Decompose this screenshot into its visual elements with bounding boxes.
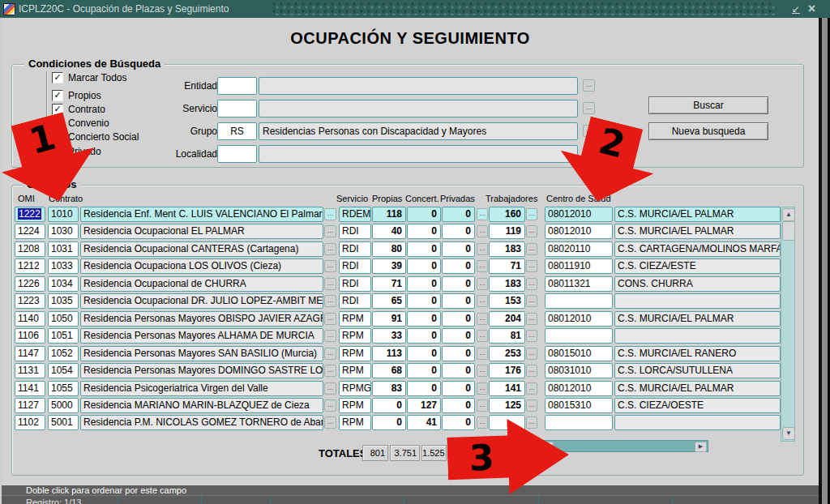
cell-contrato[interactable]: 1052 xyxy=(48,346,79,361)
concert-lov-ellipsis-button[interactable]: ... xyxy=(477,225,488,237)
cell-contrato[interactable]: 1055 xyxy=(48,381,79,396)
cell-concert[interactable]: 0 xyxy=(407,328,441,344)
concert-lov-ellipsis-button[interactable]: ... xyxy=(477,278,488,290)
row-lov-ellipsis-button[interactable]: ... xyxy=(324,208,336,220)
cell-privadas[interactable]: 0 xyxy=(442,363,475,378)
vertical-scroll-thumb[interactable] xyxy=(782,221,795,241)
cell-servicio[interactable]: RPM xyxy=(339,346,371,361)
trabajadores-lov-ellipsis-button[interactable]: ... xyxy=(526,243,537,255)
buscar-button[interactable]: Buscar xyxy=(648,96,768,114)
cell-privadas[interactable]: 0 xyxy=(442,346,475,361)
cell-centro_code[interactable]: 08012010 xyxy=(545,224,613,239)
cell-contrato[interactable]: 1035 xyxy=(48,293,79,309)
cell-servicio[interactable]: RPM xyxy=(339,311,371,327)
cell-omi[interactable]: 1226 xyxy=(15,276,45,292)
cell-omi[interactable]: 1106 xyxy=(15,328,45,344)
cell-omi[interactable]: 1223 xyxy=(15,293,45,309)
trabajadores-lov-ellipsis-button[interactable]: ... xyxy=(526,278,537,290)
cell-omi[interactable]: 1131 xyxy=(15,363,45,378)
cell-trabajadores[interactable]: 160 xyxy=(489,207,525,222)
row-lov-ellipsis-button[interactable]: ... xyxy=(324,348,336,360)
cell-trabajadores[interactable]: 183 xyxy=(489,276,525,292)
cell-centro_code[interactable]: 08012010 xyxy=(545,311,613,327)
cell-contrato[interactable]: 5000 xyxy=(48,398,79,413)
concert-lov-ellipsis-button[interactable]: ... xyxy=(477,330,488,342)
cell-servicio[interactable]: RPM xyxy=(339,398,371,413)
scroll-up-icon[interactable]: ▲ xyxy=(782,208,795,221)
row-lov-ellipsis-button[interactable]: ... xyxy=(324,278,336,290)
cell-propias[interactable]: 113 xyxy=(372,346,406,361)
cell-propias[interactable]: 71 xyxy=(372,276,406,292)
cell-concert[interactable]: 0 xyxy=(407,363,441,378)
entidad-lov-ellipsis-button[interactable]: ... xyxy=(583,79,595,92)
concert-lov-ellipsis-button[interactable]: ... xyxy=(477,295,488,307)
cell-propias[interactable]: 91 xyxy=(372,311,406,327)
cell-omi[interactable]: 1102 xyxy=(15,415,45,430)
cell-centro_code[interactable] xyxy=(545,293,613,309)
concert-lov-ellipsis-button[interactable]: ... xyxy=(477,365,488,377)
cell-servicio[interactable]: RDI xyxy=(339,276,371,292)
trabajadores-lov-ellipsis-button[interactable]: ... xyxy=(526,295,537,307)
cell-concert[interactable]: 0 xyxy=(407,381,441,396)
cell-propias[interactable]: 65 xyxy=(372,293,406,309)
cell-servicio[interactable]: RPM xyxy=(339,415,371,430)
trabajadores-lov-ellipsis-button[interactable]: ... xyxy=(526,348,537,360)
trabajadores-lov-ellipsis-button[interactable]: ... xyxy=(526,225,537,237)
cell-omi[interactable]: 1147 xyxy=(15,346,45,361)
cell-trabajadores[interactable]: 183 xyxy=(489,241,525,257)
row-lov-ellipsis-button[interactable]: ... xyxy=(324,382,336,395)
cell-servicio[interactable]: RPM xyxy=(339,328,371,344)
trabajadores-lov-ellipsis-button[interactable]: ... xyxy=(526,399,537,412)
cell-centro_code[interactable] xyxy=(545,415,613,430)
cell-contrato[interactable]: 1033 xyxy=(48,258,79,274)
window-right-scroll-area[interactable] xyxy=(822,18,828,504)
cell-centro_code[interactable]: 08011321 xyxy=(545,276,613,292)
close-icon[interactable]: × xyxy=(808,2,815,15)
cell-concert[interactable]: 0 xyxy=(407,311,441,327)
cell-contrato[interactable]: 1010 xyxy=(48,207,79,222)
row-lov-ellipsis-button[interactable]: ... xyxy=(324,243,336,255)
concert-lov-ellipsis-button[interactable]: ... xyxy=(477,382,488,395)
cell-concert[interactable]: 0 xyxy=(407,293,441,309)
cell-centro_code[interactable]: 08015310 xyxy=(545,398,613,413)
servicio-lov-ellipsis-button[interactable]: ... xyxy=(583,102,595,114)
cell-concert[interactable]: 0 xyxy=(407,276,441,292)
scroll-right-icon[interactable]: ▶ xyxy=(695,442,707,452)
cell-privadas[interactable]: 0 xyxy=(442,276,475,292)
cell-trabajadores[interactable]: 71 xyxy=(489,258,525,274)
cell-propias[interactable]: 83 xyxy=(372,381,406,396)
cell-centro_code[interactable]: 08020110 xyxy=(545,241,613,257)
cell-centro_code[interactable] xyxy=(545,328,613,344)
cell-servicio[interactable]: RDEM xyxy=(339,207,371,222)
cell-contrato[interactable]: 1050 xyxy=(48,311,79,327)
cell-privadas[interactable]: 0 xyxy=(442,415,475,430)
trabajadores-lov-ellipsis-button[interactable]: ... xyxy=(526,382,537,395)
nueva-busqueda-button[interactable]: Nueva busqueda xyxy=(648,122,768,140)
cell-omi[interactable]: 1141 xyxy=(15,381,45,396)
cell-trabajadores[interactable]: 153 xyxy=(489,293,525,309)
row-lov-ellipsis-button[interactable]: ... xyxy=(324,295,336,307)
cell-centro_code[interactable]: 08015010 xyxy=(545,346,613,361)
concert-lov-ellipsis-button[interactable]: ... xyxy=(477,243,488,255)
cell-omi[interactable]: 1140 xyxy=(15,311,45,327)
cell-concert[interactable]: 0 xyxy=(407,224,441,239)
trabajadores-lov-ellipsis-button[interactable]: ... xyxy=(526,313,537,325)
concert-lov-ellipsis-button[interactable]: ... xyxy=(477,208,488,220)
cell-concert[interactable]: 41 xyxy=(407,415,441,430)
concert-lov-ellipsis-button[interactable]: ... xyxy=(477,260,488,272)
row-lov-ellipsis-button[interactable]: ... xyxy=(324,399,336,412)
cell-servicio[interactable]: RDI xyxy=(339,224,371,239)
concert-lov-ellipsis-button[interactable]: ... xyxy=(477,416,488,429)
cell-privadas[interactable]: 0 xyxy=(442,224,475,239)
cell-contrato[interactable]: 1034 xyxy=(48,276,79,292)
trabajadores-lov-ellipsis-button[interactable]: ... xyxy=(526,208,537,220)
cell-omi[interactable]: 1212 xyxy=(15,258,45,274)
cell-trabajadores[interactable]: 176 xyxy=(489,363,525,378)
cell-propias[interactable]: 80 xyxy=(372,241,406,257)
cell-privadas[interactable]: 0 xyxy=(442,241,475,257)
cell-concert[interactable]: 127 xyxy=(407,398,441,413)
cell-trabajadores[interactable]: 253 xyxy=(489,346,525,361)
cell-servicio[interactable]: RPM xyxy=(339,363,371,378)
cell-centro_code[interactable]: 08012010 xyxy=(545,207,613,222)
cell-concert[interactable]: 0 xyxy=(407,207,441,222)
